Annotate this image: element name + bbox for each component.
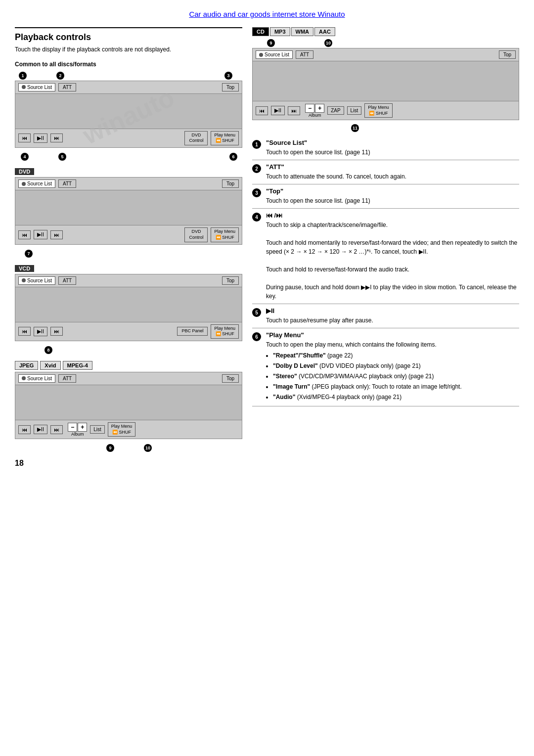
jpeg-source-list-label: Source List [27,376,52,381]
vcd-top-button[interactable]: Top [222,276,239,285]
vcd-pbc-panel-button[interactable]: PBC Panel [177,327,208,336]
vcd-dot [22,278,26,282]
common-panel: winauto 1 2 3 Source List ATT Top ⏮ [15,72,242,161]
desc-title-2: "ATT" [266,163,519,171]
tab-aac[interactable]: AAC [314,27,335,36]
common-display-area [15,94,242,129]
desc-content-6: "Play Menu" Touch to open the play menu,… [266,331,519,403]
top-button[interactable]: Top [222,83,239,91]
dvd-header: Source List ATT Top [15,178,242,190]
dvd-control-button[interactable]: DVDControl [184,131,208,145]
source-list-dot [22,85,26,89]
page-title: Playback controls [15,32,242,43]
jpeg-control-box: Source List ATT Top ⏮ ▶II ⏭ − + Alb [15,372,242,439]
desc-num-5: 5 [252,308,261,317]
right-list-button[interactable]: List [347,106,362,115]
common-header: Source List ATT Top [15,81,242,94]
dvd-display-area [15,190,242,225]
jpeg-next-button[interactable]: ⏭ [50,425,63,434]
callout-7: 7 [25,250,33,258]
format-tabs: CD MP3 WMA AAC [252,27,519,36]
right-header: Source List ATT Top [253,48,519,61]
vcd-play-pause-button[interactable]: ▶II [34,327,47,336]
jpeg-att-button[interactable]: ATT [58,374,76,383]
desc-3: 3 "Top" Touch to open the source list. (… [252,184,519,209]
dvd-top-button[interactable]: Top [222,179,239,188]
right-top-button[interactable]: Top [499,50,516,59]
play-menu-item-4: "Image Turn" (JPEG playback only): Touch… [273,382,519,391]
play-menu-button[interactable]: Play Menu⏪ SHUF [211,131,239,145]
desc-text-4: Touch to skip a chapter/track/scene/imag… [266,221,519,301]
desc-content-5: ▶II Touch to pause/resume play after pau… [266,307,519,325]
jpeg-plus-button[interactable]: + [78,423,87,432]
callout-9-right: 9 [267,39,275,47]
dvd-panel: DVD Source List ATT Top ⏮ ▶II ⏭ DVDContr… [15,168,242,257]
desc-num-1: 1 [252,140,261,149]
header-link[interactable]: Car audio and car goods internet store W… [15,10,519,18]
desc-6: 6 "Play Menu" Touch to open the play men… [252,328,519,406]
right-minus-button[interactable]: − [305,104,314,113]
callout-9-left: 9 [106,444,114,452]
right-plus-button[interactable]: + [315,104,324,113]
tab-wma[interactable]: WMA [291,27,314,36]
right-source-list-button[interactable]: Source List [256,50,293,59]
jpeg-footer: ⏮ ▶II ⏭ − + Album List Play Menu⏪ SHUF [15,420,242,439]
vcd-source-list-button[interactable]: Source List [18,276,55,285]
desc-4: 4 ⏮ /⏭ Touch to skip a chapter/track/sce… [252,209,519,304]
dvd-play-pause-button[interactable]: ▶II [34,230,47,239]
desc-content-4: ⏮ /⏭ Touch to skip a chapter/track/scene… [266,212,519,301]
right-play-pause-button[interactable]: ▶II [271,106,285,115]
jpeg-album-label: Album [71,432,84,437]
tab-mp3[interactable]: MP3 [270,27,290,36]
playback-description: Touch the display if the playback contro… [15,45,242,54]
right-next-button[interactable]: ⏭ [288,106,300,115]
dvd-source-list-label: Source List [27,181,52,186]
desc-text-2: Touch to attenuate the sound. To cancel,… [266,172,519,181]
source-list-button[interactable]: Source List [18,83,55,91]
callout-10-right: 10 [324,39,332,47]
right-att-button[interactable]: ATT [296,50,313,59]
desc-text-3: Touch to open the source list. (page 11) [266,196,519,205]
dvd-dot [22,182,26,186]
right-zap-button[interactable]: ZAP [327,106,344,115]
dvd-prev-button[interactable]: ⏮ [18,230,31,239]
jpeg-source-list-button[interactable]: Source List [18,374,55,383]
common-control-box: Source List ATT Top ⏮ ▶II ⏭ DVDControl P… [15,81,242,148]
right-prev-button[interactable]: ⏮ [256,106,268,115]
descriptions-container: 1 "Source List" Touch to open the source… [252,136,519,406]
callout-4: 4 [21,153,29,161]
vcd-footer: ⏮ ▶II ⏭ PBC Panel Play Menu⏪ SHUF [15,322,242,341]
play-menu-item-2: "Dolby D Level" (DVD VIDEO playback only… [273,361,519,370]
callout-3: 3 [224,72,232,80]
play-pause-button[interactable]: ▶II [34,133,47,143]
desc-title-5: ▶II [266,307,519,314]
jpeg-top-button[interactable]: Top [222,374,239,383]
left-column: Playback controls Touch the display if t… [15,27,242,468]
dvd-att-button[interactable]: ATT [58,179,76,188]
jpeg-play-pause-button[interactable]: ▶II [34,425,47,434]
callout-10-left: 10 [144,444,152,452]
jpeg-play-menu-button[interactable]: Play Menu⏪ SHUF [108,422,136,437]
desc-5: 5 ▶II Touch to pause/resume play after p… [252,304,519,328]
prev-button[interactable]: ⏮ [18,133,31,142]
jpeg-display-area [15,385,242,420]
dvd-dvd-control-button[interactable]: DVDControl [184,227,208,242]
vcd-display-area [15,287,242,322]
att-button[interactable]: ATT [58,83,76,91]
vcd-prev-button[interactable]: ⏮ [18,327,31,336]
dvd-next-button[interactable]: ⏭ [50,230,63,239]
right-footer: ⏮ ▶II ⏭ − + Album ZAP List Play Menu⏪ SH… [253,101,519,120]
dvd-play-menu-button[interactable]: Play Menu⏪ SHUF [211,227,239,242]
jpeg-list-button[interactable]: List [90,425,105,434]
desc-num-6: 6 [252,332,261,341]
jpeg-minus-button[interactable]: − [68,423,77,432]
vcd-play-menu-button[interactable]: Play Menu⏪ SHUF [211,324,239,339]
vcd-next-button[interactable]: ⏭ [50,327,63,336]
right-control-box: Source List ATT Top ⏮ ▶II ⏭ − + Album ZA… [252,48,519,120]
jpeg-prev-button[interactable]: ⏮ [18,425,31,434]
tab-cd[interactable]: CD [252,27,269,36]
dvd-source-list-button[interactable]: Source List [18,179,55,188]
vcd-att-button[interactable]: ATT [58,276,76,285]
right-play-menu-button[interactable]: Play Menu⏪ SHUF [364,103,393,118]
next-button[interactable]: ⏭ [50,133,63,142]
